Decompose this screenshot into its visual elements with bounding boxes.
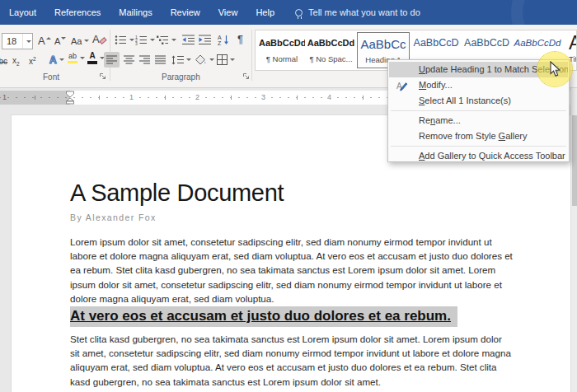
menu-separator xyxy=(391,146,566,147)
text-effects-button[interactable]: A xyxy=(49,52,64,68)
change-case-glyph: Aa xyxy=(71,36,82,46)
style-preview: AaBbCcDd xyxy=(307,32,355,54)
menu-separator xyxy=(391,110,566,111)
vertical-scrollbar[interactable] xyxy=(570,88,577,392)
mouse-cursor-icon xyxy=(550,61,561,77)
clear-formatting-button[interactable]: A xyxy=(92,31,109,47)
ruler-number: 2 xyxy=(194,93,201,102)
font-size-combobox[interactable]: 18 xyxy=(2,33,33,49)
font-size-dropdown-icon[interactable] xyxy=(22,34,32,49)
modify-style-icon: A xyxy=(396,80,408,91)
menu-item[interactable]: Rename... xyxy=(389,113,568,128)
paragraph: Lorem ipsum dolor sit amet, consetetur s… xyxy=(70,235,514,306)
decrease-indent-icon xyxy=(182,35,195,45)
subscript-glyph: x2 xyxy=(12,56,20,67)
paragraph-dialog-launcher-icon[interactable] xyxy=(242,72,251,81)
strikethrough-glyph: abc xyxy=(0,57,7,66)
font-color-button[interactable]: A xyxy=(87,50,105,66)
style-preview: AaBbCc xyxy=(358,33,409,55)
bullets-button[interactable] xyxy=(115,32,134,48)
change-case-button[interactable]: Aa xyxy=(71,33,89,49)
font-dialog-launcher-icon[interactable] xyxy=(99,72,107,81)
ruler-number: 3 xyxy=(260,93,267,102)
document-title: A Sample Document xyxy=(70,180,284,207)
paragraph-group-label: Paragraph xyxy=(162,72,200,82)
numbered-list-icon: 123 xyxy=(135,35,148,45)
paragraph: Stet clita kasd gubergren, no sea takima… xyxy=(70,332,514,389)
borders-icon xyxy=(217,54,228,65)
menu-tab-view[interactable]: View xyxy=(209,0,247,25)
multilevel-list-icon xyxy=(157,35,169,45)
line-spacing-button[interactable] xyxy=(171,52,191,68)
style-label: ¶ Normal xyxy=(259,54,305,63)
align-center-icon xyxy=(124,55,134,64)
align-center-button[interactable] xyxy=(121,52,137,68)
sort-button[interactable]: AZ xyxy=(218,32,231,48)
word-window: LayoutReferencesMailingsReviewViewHelp T… xyxy=(0,0,577,392)
ruler-number: 4 xyxy=(326,93,333,102)
style-label: ¶ No Spac... xyxy=(307,54,355,63)
highlight-color-button[interactable]: ab xyxy=(68,50,85,66)
align-right-button[interactable] xyxy=(137,52,152,68)
style-gallery-item[interactable]: AaBbCcDd¶ No Spac... xyxy=(307,32,355,68)
align-left-button[interactable] xyxy=(104,52,120,68)
borders-button[interactable] xyxy=(217,52,235,68)
clear-formatting-glyph: A xyxy=(92,33,100,45)
line-spacing-icon xyxy=(171,55,184,65)
document-byline: By Alexander Fox xyxy=(70,212,157,222)
font-group-label: Font xyxy=(43,72,59,82)
menu-tab-help[interactable]: Help xyxy=(246,0,284,25)
menu-tabs: LayoutReferencesMailingsReviewViewHelp xyxy=(0,0,284,25)
menu-tab-mailings[interactable]: Mailings xyxy=(110,0,161,25)
tell-me-box[interactable]: Tell me what you want to do xyxy=(295,7,420,17)
grow-font-glyph: A xyxy=(38,35,45,47)
multilevel-list-button[interactable] xyxy=(157,32,176,48)
caret-down-icon xyxy=(61,37,66,40)
menu-item[interactable]: Add Gallery to Quick Access Toolbar xyxy=(389,148,568,162)
justify-button[interactable] xyxy=(152,52,168,68)
lightbulb-icon xyxy=(295,9,303,16)
align-right-icon xyxy=(139,55,150,64)
svg-text:3: 3 xyxy=(135,41,138,45)
increase-indent-icon xyxy=(199,35,211,45)
increase-indent-button[interactable] xyxy=(199,32,211,48)
indent-markers[interactable] xyxy=(65,91,75,105)
paint-bucket-icon xyxy=(195,54,207,65)
grow-font-button[interactable]: A xyxy=(38,33,51,49)
numbering-button[interactable]: 123 xyxy=(135,32,155,48)
superscript-glyph: x2 xyxy=(29,56,36,66)
font-color-icon: A xyxy=(87,52,97,64)
decrease-indent-button[interactable] xyxy=(182,32,195,48)
shrink-font-glyph: A xyxy=(54,36,60,46)
menu-tab-layout[interactable]: Layout xyxy=(0,0,45,25)
svg-text:A: A xyxy=(218,35,222,40)
text-effects-glyph: A xyxy=(49,54,57,66)
menu-tab-review[interactable]: Review xyxy=(162,0,209,25)
style-preview: AaBbCcDd xyxy=(259,32,305,54)
font-size-value: 18 xyxy=(2,36,22,46)
eraser-icon xyxy=(99,37,106,44)
pilcrow-glyph: ¶ xyxy=(237,33,243,45)
justify-icon xyxy=(155,55,166,64)
shrink-font-button[interactable]: A xyxy=(54,33,66,49)
menu-tab-references[interactable]: References xyxy=(45,0,110,25)
highlight-icon: ab xyxy=(68,53,77,64)
bullet-list-icon xyxy=(115,35,127,45)
shading-button[interactable] xyxy=(195,52,214,68)
selected-heading-text: At vero eos et accusam et justo duo dolo… xyxy=(70,306,457,327)
subscript-button[interactable]: x2 xyxy=(12,54,20,69)
ribbon-tab-bar: LayoutReferencesMailingsReviewViewHelp T… xyxy=(0,0,577,25)
ruler-number: 1 xyxy=(1,93,8,102)
style-preview: AaBbCcD xyxy=(411,32,461,54)
tell-me-label: Tell me what you want to do xyxy=(308,7,420,17)
show-formatting-marks-button[interactable]: ¶ xyxy=(237,31,243,47)
style-gallery-item[interactable]: AaBbCcDd¶ Normal xyxy=(259,32,305,68)
svg-text:Z: Z xyxy=(218,40,222,45)
ruler-number: 1 xyxy=(128,93,135,102)
sort-az-icon: AZ xyxy=(218,35,231,45)
menu-item[interactable]: Remove from Style Gallery xyxy=(389,128,568,144)
superscript-button[interactable]: x2 xyxy=(29,54,36,69)
menu-item[interactable]: Select All 1 Instance(s) xyxy=(389,93,568,109)
scrollbar-thumb[interactable] xyxy=(572,115,577,206)
strikethrough-button[interactable]: abc xyxy=(0,54,7,69)
